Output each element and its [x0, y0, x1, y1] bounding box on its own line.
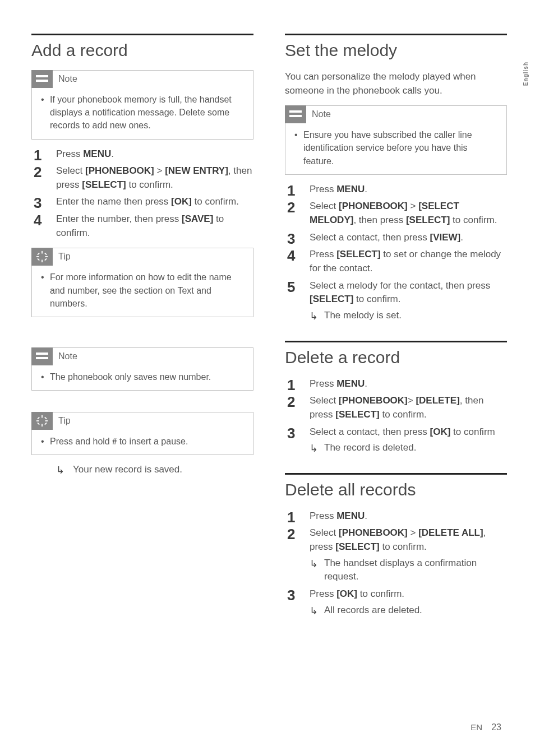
note-icon [31, 70, 53, 88]
step: Enter the number, then press [SAVE] to c… [31, 212, 253, 240]
note-item: Ensure you have subscribed the caller li… [303, 128, 499, 168]
svg-rect-11 [36, 357, 48, 359]
step: Select a contact, then press [OK] to con… [285, 425, 507, 455]
tip-icon [31, 412, 53, 430]
steps-delete-record: Press MENU. Select [PHONEBOOK]> [DELETE]… [285, 377, 507, 455]
hash-key-icon: # [112, 437, 117, 446]
svg-rect-16 [37, 417, 40, 420]
svg-rect-9 [44, 258, 47, 261]
step: Press MENU. [285, 509, 507, 523]
callout-label: Note [58, 74, 77, 84]
section-rule [285, 341, 507, 342]
intro-paragraph: You can personalize the melody played wh… [285, 70, 507, 98]
steps-set-melody: Press MENU. Select [PHONEBOOK] > [SELECT… [285, 183, 507, 323]
svg-rect-19 [44, 423, 47, 425]
tip-callout: Tip Press and hold # to insert a pause. [31, 412, 253, 455]
note-item: The phonebook only saves new number. [50, 370, 245, 383]
heading-add-record: Add a record [31, 41, 253, 60]
step: Select a contact, then press [VIEW]. [285, 231, 507, 245]
callout-tab: Note [31, 347, 77, 365]
svg-rect-12 [41, 415, 43, 418]
svg-rect-6 [37, 253, 40, 256]
page-footer: EN 23 [471, 722, 501, 732]
result-text: The record is deleted. [310, 441, 507, 455]
step: Press [SELECT] to set or change the melo… [285, 248, 507, 275]
svg-rect-18 [37, 423, 40, 425]
section-rule [285, 34, 507, 35]
note-callout: Note Ensure you have subscribed the call… [285, 105, 507, 175]
svg-rect-21 [289, 115, 302, 117]
section-rule [285, 473, 507, 475]
callout-label: Note [58, 351, 77, 361]
step: Select [PHONEBOOK] > [DELETE ALL], press… [285, 526, 507, 584]
heading-delete-record: Delete a record [285, 348, 507, 367]
callout-tab: Note [31, 70, 77, 88]
note-callout: Note The phonebook only saves new number… [31, 347, 253, 391]
svg-rect-13 [41, 424, 43, 427]
step: Select [PHONEBOOK] > [NEW ENTRY], then p… [31, 164, 253, 192]
tip-item: For more information on how to edit the … [50, 271, 245, 310]
svg-rect-14 [36, 420, 39, 421]
language-side-label: English [523, 62, 529, 86]
result-text: The handset displays a confirmation requ… [310, 556, 507, 584]
result-text: All records are deleted. [310, 604, 507, 618]
result-text: The melody is set. [310, 309, 507, 323]
callout-label: Note [312, 109, 331, 119]
section-rule [31, 34, 253, 35]
step: Press MENU. [285, 183, 507, 197]
footer-page-number: 23 [491, 722, 501, 732]
svg-rect-7 [44, 253, 47, 256]
step: Select [PHONEBOOK] > [SELECT MELODY], th… [285, 200, 507, 227]
footer-lang: EN [471, 722, 482, 732]
right-column: Set the melody You can personalize the m… [285, 34, 507, 620]
tip-callout: Tip For more information on how to edit … [31, 248, 253, 317]
note-callout: Note If your phonebook memory is full, t… [31, 70, 253, 140]
steps-delete-all: Press MENU. Select [PHONEBOOK] > [DELETE… [285, 509, 507, 617]
step: Press MENU. [31, 147, 253, 161]
callout-label: Tip [58, 252, 71, 262]
svg-rect-3 [41, 260, 43, 263]
left-column: Add a record Note If your phonebook memo… [31, 34, 253, 620]
note-icon [285, 105, 306, 123]
heading-set-melody: Set the melody [285, 41, 507, 60]
callout-tab: Tip [31, 412, 71, 430]
callout-tab: Note [285, 105, 331, 123]
heading-delete-all: Delete all records [285, 480, 507, 499]
callout-tab: Tip [31, 248, 71, 266]
callout-label: Tip [58, 416, 71, 426]
svg-rect-0 [36, 75, 48, 77]
note-icon [31, 347, 53, 365]
two-column-layout: Add a record Note If your phonebook memo… [31, 34, 507, 620]
note-item: If your phonebook memory is full, the ha… [50, 93, 245, 132]
step: Select [PHONEBOOK]> [DELETE], then press… [285, 394, 507, 421]
svg-rect-10 [36, 353, 48, 355]
result-text: Your new record is saved. [56, 463, 253, 477]
svg-rect-8 [37, 258, 40, 261]
svg-rect-15 [45, 420, 48, 421]
step: Press MENU. [285, 377, 507, 391]
tip-icon [31, 248, 53, 266]
svg-rect-1 [36, 80, 48, 82]
svg-rect-5 [45, 256, 48, 257]
step: Press [OK] to confirm. All records are d… [285, 587, 507, 617]
step: Enter the name then press [OK] to confir… [31, 195, 253, 209]
svg-rect-17 [44, 417, 47, 420]
svg-rect-2 [41, 251, 43, 254]
svg-rect-4 [36, 256, 39, 257]
tip-item: Press and hold # to insert a pause. [50, 435, 245, 448]
svg-rect-20 [289, 110, 302, 113]
step: Select a melody for the contact, then pr… [285, 279, 507, 323]
steps-add-record: Press MENU. Select [PHONEBOOK] > [NEW EN… [31, 147, 253, 240]
